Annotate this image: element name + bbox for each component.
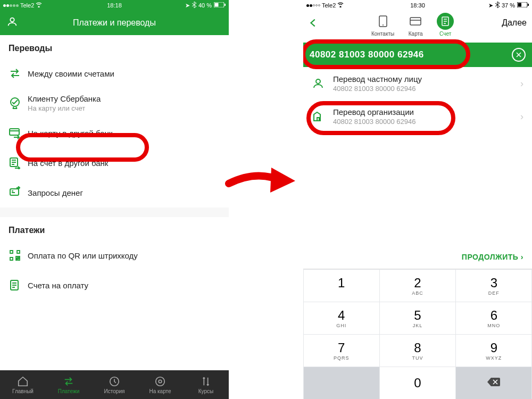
key-0[interactable]: 0 [380,367,455,399]
header: Контакты Карта Счет Далее [303,11,532,43]
row-card-other-bank[interactable]: На карту в другой банк [0,118,229,148]
svg-rect-13 [518,3,521,7]
status-bar: Tele2 18:30 ➤ 37 % [303,0,532,11]
nav-map[interactable]: На карте [137,370,183,399]
clear-button[interactable] [512,48,526,62]
key-8[interactable]: 8TUV [380,335,455,367]
bluetooth-icon [192,2,196,9]
key-7[interactable]: 7PQRS [304,335,379,367]
svg-point-11 [159,380,162,383]
document-icon [437,13,454,30]
row-qr-pay[interactable]: Оплата по QR или штрихкоду [0,240,229,270]
svg-rect-1 [214,3,218,7]
chat-icon [9,186,28,199]
tab-label: Счет [439,31,451,37]
svg-rect-2 [225,4,226,6]
tab-contacts[interactable]: Контакты [371,13,394,37]
result-title: Перевод частному лицу [333,74,520,84]
svg-rect-14 [528,4,529,6]
row-label: Клиенту Сбербанка [28,94,220,103]
row-money-requests[interactable]: Запросы денег [0,178,229,207]
row-sublabel: На карту или счет [28,104,220,112]
status-bar: Tele2 18:18 ➤ 40 % [0,0,229,11]
carrier-label: Tele2 [20,2,34,9]
person-icon [312,77,333,90]
section-payments: Платежи [0,217,229,240]
key-4[interactable]: 4GHI [304,302,379,334]
svg-rect-17 [410,18,421,25]
row-sber-client[interactable]: Клиенту Сбербанка На карту или счет [0,88,229,118]
tab-label: Карта [409,31,423,37]
chevron-right-icon: › [520,78,523,89]
back-button[interactable] [309,13,323,30]
row-account-other-bank[interactable]: На счет в другой банк [0,148,229,178]
svg-rect-5 [10,129,19,135]
nav-label: Главный [12,388,34,394]
battery-icon [214,2,226,9]
status-time: 18:30 [380,2,454,9]
result-sub: 40802 81003 80000 62946 [333,85,520,93]
building-icon [312,110,333,123]
row-own-accounts[interactable]: Между своими счетами [0,59,229,88]
nav-rates[interactable]: Курсы [183,370,229,399]
profile-icon[interactable] [6,16,19,30]
tab-label: Контакты [371,31,394,37]
svg-point-16 [383,24,384,26]
key-2[interactable]: 2ABC [380,270,455,302]
bluetooth-icon [495,2,500,9]
key-6[interactable]: 6MNO [456,302,531,334]
account-out-icon [9,156,28,169]
nav-home[interactable]: Главный [0,370,46,399]
tab-card[interactable]: Карта [407,13,424,37]
key-3[interactable]: 3DEF [456,270,531,302]
key-1[interactable]: 1 [304,270,379,302]
bill-icon [9,279,28,292]
location-icon: ➤ [488,2,493,9]
phone-icon [375,13,392,30]
content: Переводы Между своими счетами Клиенту Сб… [0,35,229,399]
key-empty [304,367,379,399]
row-label: Запросы денег [28,188,220,197]
header: Платежи и переводы [0,11,229,35]
result-organization[interactable]: Перевод организации 40802 81003 80000 62… [303,100,532,133]
tab-account[interactable]: Счет [437,13,454,37]
location-icon: ➤ [185,2,190,9]
row-label: На счет в другой банк [28,159,220,168]
key-delete[interactable] [456,367,531,399]
battery-label: 37 % [502,2,515,9]
continue-button[interactable]: ПРОДОЛЖИТЬ › [303,245,532,269]
row-label: Счета на оплату [28,281,220,290]
card-out-icon [9,127,28,139]
account-input[interactable]: 40802 81003 80000 62946 [303,43,532,67]
row-label: На карту в другой банк [28,129,220,138]
battery-icon [517,2,529,9]
svg-point-10 [156,377,165,386]
result-sub: 40802 81003 80000 62946 [333,118,520,126]
chevron-right-icon: › [520,111,523,122]
row-label: Между своими счетами [28,69,220,78]
result-person[interactable]: Перевод частному лицу 40802 81003 80000 … [303,67,532,100]
phone-right: Tele2 18:30 ➤ 37 % Контакты [303,0,532,399]
nav-history[interactable]: История [92,370,137,399]
account-value: 40802 81003 80000 62946 [310,49,512,60]
phone-left: Tele2 18:18 ➤ 40 % Платежи и переводы Пе… [0,0,229,399]
page-title: Платежи и переводы [19,18,210,28]
row-bills[interactable]: Счета на оплату [0,270,229,300]
backspace-icon [487,377,501,389]
carrier-label: Tele2 [322,2,336,9]
next-button[interactable]: Далее [502,13,527,28]
nav-label: История [104,388,125,394]
svg-point-3 [10,18,14,22]
nav-label: На карте [149,388,171,394]
battery-label: 40 % [198,2,212,9]
bottom-nav: Главный Платежи История На карте Курсы [0,370,229,399]
nav-label: Курсы [198,388,213,394]
wifi-icon [36,2,42,9]
key-5[interactable]: 5JKL [380,302,455,334]
row-label: Оплата по QR или штрихкоду [28,251,220,260]
nav-payments[interactable]: Платежи [46,370,92,399]
chevron-right-icon: › [521,253,523,261]
card-icon [407,13,424,30]
key-9[interactable]: 9WXYZ [456,335,531,367]
svg-point-19 [316,79,320,84]
